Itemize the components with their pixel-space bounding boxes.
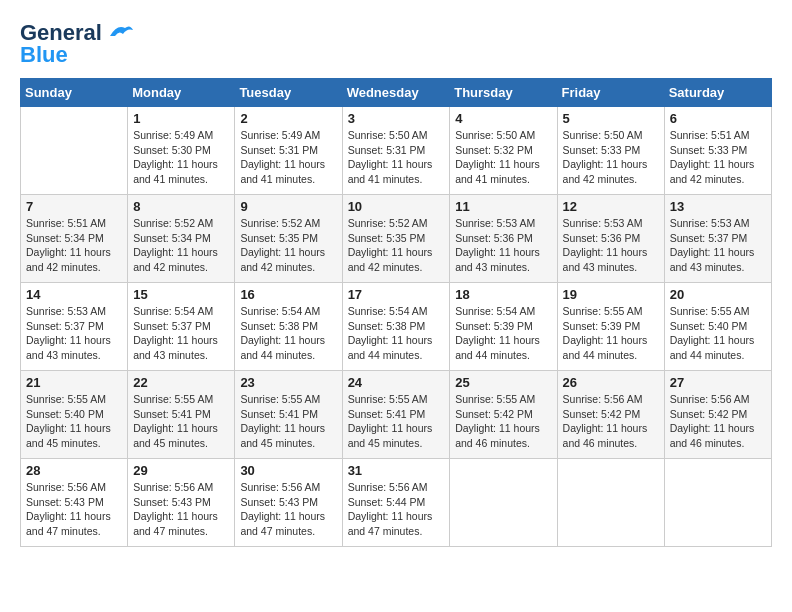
day-number: 21 — [26, 375, 122, 390]
table-row — [557, 459, 664, 547]
day-info: Sunrise: 5:51 AMSunset: 5:33 PMDaylight:… — [670, 129, 755, 185]
day-info: Sunrise: 5:52 AMSunset: 5:34 PMDaylight:… — [133, 217, 218, 273]
table-row: 8 Sunrise: 5:52 AMSunset: 5:34 PMDayligh… — [128, 195, 235, 283]
day-info: Sunrise: 5:55 AMSunset: 5:40 PMDaylight:… — [26, 393, 111, 449]
table-row: 18 Sunrise: 5:54 AMSunset: 5:39 PMDaylig… — [450, 283, 557, 371]
day-info: Sunrise: 5:55 AMSunset: 5:41 PMDaylight:… — [348, 393, 433, 449]
day-number: 17 — [348, 287, 445, 302]
table-row — [664, 459, 771, 547]
day-number: 10 — [348, 199, 445, 214]
logo: General Blue — [20, 20, 135, 68]
day-number: 7 — [26, 199, 122, 214]
table-row: 23 Sunrise: 5:55 AMSunset: 5:41 PMDaylig… — [235, 371, 342, 459]
table-row: 10 Sunrise: 5:52 AMSunset: 5:35 PMDaylig… — [342, 195, 450, 283]
table-row: 20 Sunrise: 5:55 AMSunset: 5:40 PMDaylig… — [664, 283, 771, 371]
day-info: Sunrise: 5:53 AMSunset: 5:36 PMDaylight:… — [455, 217, 540, 273]
table-row: 16 Sunrise: 5:54 AMSunset: 5:38 PMDaylig… — [235, 283, 342, 371]
day-info: Sunrise: 5:56 AMSunset: 5:43 PMDaylight:… — [240, 481, 325, 537]
day-info: Sunrise: 5:55 AMSunset: 5:41 PMDaylight:… — [240, 393, 325, 449]
day-info: Sunrise: 5:52 AMSunset: 5:35 PMDaylight:… — [240, 217, 325, 273]
day-number: 3 — [348, 111, 445, 126]
calendar-week-row: 7 Sunrise: 5:51 AMSunset: 5:34 PMDayligh… — [21, 195, 772, 283]
day-info: Sunrise: 5:56 AMSunset: 5:43 PMDaylight:… — [26, 481, 111, 537]
col-sunday: Sunday — [21, 79, 128, 107]
day-number: 26 — [563, 375, 659, 390]
table-row: 13 Sunrise: 5:53 AMSunset: 5:37 PMDaylig… — [664, 195, 771, 283]
table-row: 27 Sunrise: 5:56 AMSunset: 5:42 PMDaylig… — [664, 371, 771, 459]
table-row: 28 Sunrise: 5:56 AMSunset: 5:43 PMDaylig… — [21, 459, 128, 547]
day-info: Sunrise: 5:54 AMSunset: 5:38 PMDaylight:… — [240, 305, 325, 361]
logo-bird-icon — [105, 22, 135, 44]
table-row: 7 Sunrise: 5:51 AMSunset: 5:34 PMDayligh… — [21, 195, 128, 283]
day-info: Sunrise: 5:52 AMSunset: 5:35 PMDaylight:… — [348, 217, 433, 273]
table-row: 4 Sunrise: 5:50 AMSunset: 5:32 PMDayligh… — [450, 107, 557, 195]
table-row: 17 Sunrise: 5:54 AMSunset: 5:38 PMDaylig… — [342, 283, 450, 371]
calendar-week-row: 21 Sunrise: 5:55 AMSunset: 5:40 PMDaylig… — [21, 371, 772, 459]
table-row: 22 Sunrise: 5:55 AMSunset: 5:41 PMDaylig… — [128, 371, 235, 459]
col-wednesday: Wednesday — [342, 79, 450, 107]
table-row: 3 Sunrise: 5:50 AMSunset: 5:31 PMDayligh… — [342, 107, 450, 195]
day-info: Sunrise: 5:53 AMSunset: 5:37 PMDaylight:… — [670, 217, 755, 273]
day-info: Sunrise: 5:55 AMSunset: 5:41 PMDaylight:… — [133, 393, 218, 449]
day-info: Sunrise: 5:53 AMSunset: 5:36 PMDaylight:… — [563, 217, 648, 273]
calendar-table: Sunday Monday Tuesday Wednesday Thursday… — [20, 78, 772, 547]
col-saturday: Saturday — [664, 79, 771, 107]
day-info: Sunrise: 5:50 AMSunset: 5:31 PMDaylight:… — [348, 129, 433, 185]
table-row: 9 Sunrise: 5:52 AMSunset: 5:35 PMDayligh… — [235, 195, 342, 283]
day-number: 25 — [455, 375, 551, 390]
day-number: 4 — [455, 111, 551, 126]
day-number: 5 — [563, 111, 659, 126]
day-info: Sunrise: 5:50 AMSunset: 5:33 PMDaylight:… — [563, 129, 648, 185]
day-number: 27 — [670, 375, 766, 390]
day-info: Sunrise: 5:56 AMSunset: 5:42 PMDaylight:… — [563, 393, 648, 449]
day-number: 9 — [240, 199, 336, 214]
day-info: Sunrise: 5:53 AMSunset: 5:37 PMDaylight:… — [26, 305, 111, 361]
day-number: 23 — [240, 375, 336, 390]
table-row: 14 Sunrise: 5:53 AMSunset: 5:37 PMDaylig… — [21, 283, 128, 371]
table-row: 11 Sunrise: 5:53 AMSunset: 5:36 PMDaylig… — [450, 195, 557, 283]
day-number: 6 — [670, 111, 766, 126]
table-row: 1 Sunrise: 5:49 AMSunset: 5:30 PMDayligh… — [128, 107, 235, 195]
day-number: 30 — [240, 463, 336, 478]
day-number: 19 — [563, 287, 659, 302]
day-number: 22 — [133, 375, 229, 390]
day-info: Sunrise: 5:55 AMSunset: 5:39 PMDaylight:… — [563, 305, 648, 361]
page-container: General Blue Sunday Monday Tuesday Wedne… — [20, 20, 772, 547]
day-info: Sunrise: 5:49 AMSunset: 5:30 PMDaylight:… — [133, 129, 218, 185]
table-row: 25 Sunrise: 5:55 AMSunset: 5:42 PMDaylig… — [450, 371, 557, 459]
table-row: 15 Sunrise: 5:54 AMSunset: 5:37 PMDaylig… — [128, 283, 235, 371]
calendar-header-row: Sunday Monday Tuesday Wednesday Thursday… — [21, 79, 772, 107]
table-row: 2 Sunrise: 5:49 AMSunset: 5:31 PMDayligh… — [235, 107, 342, 195]
table-row: 19 Sunrise: 5:55 AMSunset: 5:39 PMDaylig… — [557, 283, 664, 371]
day-info: Sunrise: 5:50 AMSunset: 5:32 PMDaylight:… — [455, 129, 540, 185]
col-friday: Friday — [557, 79, 664, 107]
day-number: 31 — [348, 463, 445, 478]
table-row — [21, 107, 128, 195]
day-info: Sunrise: 5:51 AMSunset: 5:34 PMDaylight:… — [26, 217, 111, 273]
day-number: 8 — [133, 199, 229, 214]
header: General Blue — [20, 20, 772, 68]
day-number: 15 — [133, 287, 229, 302]
day-number: 16 — [240, 287, 336, 302]
day-number: 28 — [26, 463, 122, 478]
day-number: 12 — [563, 199, 659, 214]
day-number: 11 — [455, 199, 551, 214]
table-row: 5 Sunrise: 5:50 AMSunset: 5:33 PMDayligh… — [557, 107, 664, 195]
table-row: 31 Sunrise: 5:56 AMSunset: 5:44 PMDaylig… — [342, 459, 450, 547]
day-number: 18 — [455, 287, 551, 302]
day-number: 14 — [26, 287, 122, 302]
table-row: 12 Sunrise: 5:53 AMSunset: 5:36 PMDaylig… — [557, 195, 664, 283]
day-number: 2 — [240, 111, 336, 126]
day-number: 20 — [670, 287, 766, 302]
calendar-week-row: 14 Sunrise: 5:53 AMSunset: 5:37 PMDaylig… — [21, 283, 772, 371]
calendar-week-row: 28 Sunrise: 5:56 AMSunset: 5:43 PMDaylig… — [21, 459, 772, 547]
table-row: 26 Sunrise: 5:56 AMSunset: 5:42 PMDaylig… — [557, 371, 664, 459]
day-number: 1 — [133, 111, 229, 126]
table-row: 29 Sunrise: 5:56 AMSunset: 5:43 PMDaylig… — [128, 459, 235, 547]
table-row: 6 Sunrise: 5:51 AMSunset: 5:33 PMDayligh… — [664, 107, 771, 195]
table-row: 30 Sunrise: 5:56 AMSunset: 5:43 PMDaylig… — [235, 459, 342, 547]
logo-text-blue: Blue — [20, 42, 68, 68]
table-row: 21 Sunrise: 5:55 AMSunset: 5:40 PMDaylig… — [21, 371, 128, 459]
day-info: Sunrise: 5:56 AMSunset: 5:42 PMDaylight:… — [670, 393, 755, 449]
day-number: 29 — [133, 463, 229, 478]
